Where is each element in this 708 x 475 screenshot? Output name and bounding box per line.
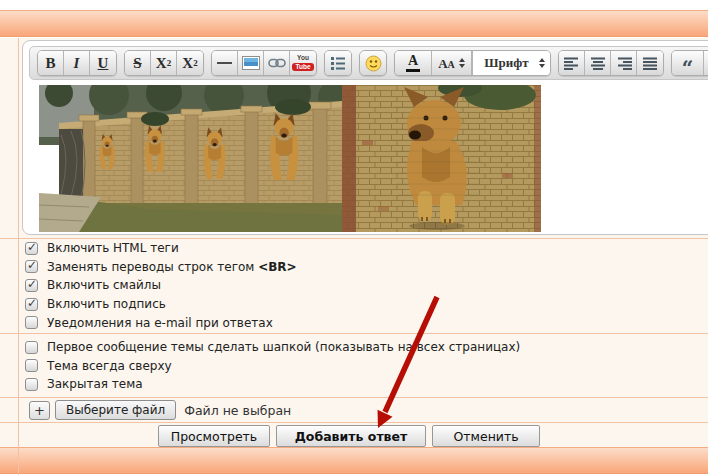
dog-jumping-brick-wall-image[interactable]: [342, 85, 541, 232]
align-right-button[interactable]: [611, 51, 637, 75]
checkbox-email-notify[interactable]: [25, 316, 38, 329]
youtube-button[interactable]: You Tube: [290, 51, 316, 75]
left-border-line: [18, 38, 19, 475]
option-row: Заменять переводы строк тегом <BR>: [0, 258, 708, 277]
option-label: Закрытая тема: [47, 377, 143, 391]
superscript-exp: 2: [167, 58, 172, 68]
font-color-button[interactable]: A: [395, 51, 432, 75]
quote-code-group: “ <>: [671, 50, 708, 76]
option-row: Закрытая тема: [0, 375, 708, 394]
stepper-up-icon: [539, 58, 545, 62]
align-group: [558, 50, 664, 76]
insert-link-icon: [268, 58, 286, 68]
superscript-base: X: [156, 55, 167, 72]
topic-options-group: Первое сообщение темы сделать шапкой (по…: [0, 333, 708, 397]
option-label: Включить смайлы: [47, 278, 161, 292]
smiley-group: [359, 50, 387, 76]
option-label: Тема всегда сверху: [47, 359, 172, 373]
checkbox-html-tags[interactable]: [25, 242, 38, 255]
basic-format-group: B I U: [37, 50, 117, 76]
youtube-text-bottom: Tube: [292, 63, 313, 72]
youtube-text-top: You: [297, 55, 309, 62]
youtube-icon: You Tube: [292, 55, 313, 71]
checkbox-br-replace[interactable]: [25, 260, 38, 273]
formatting-toolbar: B I U S X2 X2: [29, 46, 708, 80]
subscript-idx: 2: [193, 58, 198, 68]
font-color-letter: A: [408, 54, 418, 68]
stepper-up-icon: [459, 58, 465, 62]
align-left-icon: [564, 57, 580, 70]
font-size-small-letter: A: [448, 59, 455, 70]
align-center-icon: [590, 57, 606, 70]
message-body[interactable]: [39, 85, 541, 232]
submit-reply-button[interactable]: Добавить ответ: [276, 425, 426, 447]
script-format-group: S X2 X2: [124, 50, 204, 76]
option-label-text: Заменять переводы строк тегом: [47, 260, 258, 274]
action-buttons: Просмотреть Добавить ответ Отменить: [158, 425, 540, 447]
checkbox-topic-sticky[interactable]: [25, 359, 38, 372]
bold-button[interactable]: B: [38, 51, 64, 75]
header-bar: [0, 10, 708, 37]
option-row: Первое сообщение темы сделать шапкой (по…: [0, 338, 708, 357]
option-row: Включить HTML теги: [0, 239, 708, 258]
option-label: Включить HTML теги: [47, 241, 179, 255]
message-editor[interactable]: B I U S X2 X2: [22, 40, 708, 235]
underline-button[interactable]: U: [90, 51, 116, 75]
font-color-icon: A: [406, 54, 420, 72]
insert-link-button[interactable]: [264, 51, 290, 75]
align-justify-button[interactable]: [637, 51, 663, 75]
subscript-base: X: [182, 55, 193, 72]
smiley-icon: [365, 55, 382, 72]
subscript-button[interactable]: X2: [177, 51, 203, 75]
attachment-row: + Выберите файл Файл не выбран: [0, 397, 708, 422]
add-attachment-button[interactable]: +: [29, 401, 50, 420]
option-label: Уведомления на e-mail при ответах: [47, 316, 273, 330]
insert-group: You Tube: [211, 50, 317, 76]
posting-options-group: Включить HTML теги Заменять переводы стр…: [0, 238, 708, 333]
checkbox-topic-closed[interactable]: [25, 378, 38, 391]
street-art-dogs-mural-image[interactable]: [39, 85, 342, 232]
align-right-icon: [616, 57, 632, 70]
option-label: Заменять переводы строк тегом <BR>: [47, 260, 297, 274]
align-center-button[interactable]: [585, 51, 611, 75]
font-family-select[interactable]: Шрифт: [472, 51, 550, 75]
bullet-list-icon: [330, 56, 346, 70]
preview-button[interactable]: Просмотреть: [158, 425, 270, 447]
checkbox-signature[interactable]: [25, 298, 38, 311]
footer-bar: [0, 447, 708, 474]
checkbox-first-post-header[interactable]: [25, 341, 38, 354]
align-justify-icon: [642, 57, 658, 70]
bullet-list-button[interactable]: [325, 51, 351, 75]
insert-image-icon: [242, 56, 260, 70]
option-label: Включить подпись: [47, 297, 166, 311]
quote-button[interactable]: “: [672, 51, 704, 75]
option-row: Включить смайлы: [0, 276, 708, 295]
italic-button[interactable]: I: [64, 51, 90, 75]
smiley-button[interactable]: [360, 51, 386, 75]
code-button[interactable]: <>: [704, 51, 708, 75]
insert-image-button[interactable]: [238, 51, 264, 75]
font-size-icon: AA: [438, 55, 455, 72]
file-status-text: Файл не выбран: [184, 403, 291, 418]
superscript-button[interactable]: X2: [151, 51, 177, 75]
stepper-down-icon: [539, 64, 545, 68]
choose-file-button[interactable]: Выберите файл: [55, 400, 176, 420]
option-label-bold: <BR>: [258, 260, 297, 274]
font-color-bar: [406, 69, 420, 72]
stepper-down-icon: [459, 64, 465, 68]
font-size-button[interactable]: AA: [432, 51, 472, 75]
font-family-stepper: [539, 58, 545, 68]
font-size-stepper: [459, 58, 465, 68]
font-size-large-letter: A: [438, 56, 447, 71]
checkbox-smileys[interactable]: [25, 279, 38, 292]
font-family-value: Шрифт: [478, 55, 535, 71]
horizontal-rule-button[interactable]: [212, 51, 238, 75]
strikethrough-button[interactable]: S: [125, 51, 151, 75]
cancel-button[interactable]: Отменить: [432, 425, 540, 447]
option-label: Первое сообщение темы сделать шапкой (по…: [47, 340, 520, 354]
option-row: Уведомления на e-mail при ответах: [0, 313, 708, 332]
option-row: Включить подпись: [0, 295, 708, 314]
list-group: [324, 50, 352, 76]
option-row: Тема всегда сверху: [0, 357, 708, 376]
align-left-button[interactable]: [559, 51, 585, 75]
